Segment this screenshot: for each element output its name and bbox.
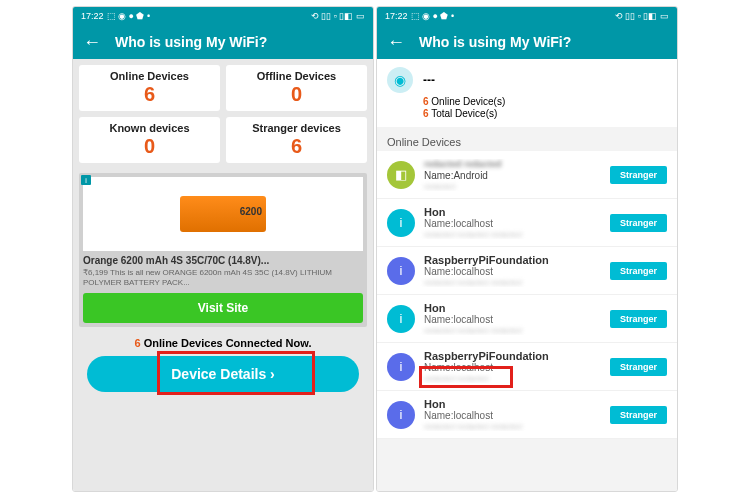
status-time: 17:22 bbox=[385, 11, 408, 21]
device-row[interactable]: ◧redacted redactedName:AndroidredactedSt… bbox=[377, 151, 677, 199]
device-row[interactable]: iHonName:localhostredacted redacted reda… bbox=[377, 391, 677, 439]
status-time: 17:22 bbox=[81, 11, 104, 21]
stat-label: Stranger devices bbox=[230, 122, 363, 134]
status-icons-left: ⬚ ◉ ● ⬟ • bbox=[411, 11, 455, 21]
stranger-button[interactable]: Stranger bbox=[610, 214, 667, 232]
device-ip: redacted redacted redacted bbox=[424, 326, 610, 335]
stranger-button[interactable]: Stranger bbox=[610, 358, 667, 376]
wifi-summary: ◉ --- 6 Online Device(s) 6 Total Device(… bbox=[377, 59, 677, 127]
ad-description: ₹6,199 This is all new ORANGE 6200n mAh … bbox=[83, 268, 363, 288]
device-name: RaspberryPiFoundation bbox=[424, 254, 610, 266]
stat-value: 0 bbox=[230, 83, 363, 106]
device-name: Hon bbox=[424, 206, 610, 218]
device-name: RaspberryPiFoundation bbox=[424, 350, 610, 362]
device-hostname: Name:localhost bbox=[424, 410, 610, 421]
ad-info-icon[interactable]: i bbox=[81, 175, 91, 185]
stranger-button[interactable]: Stranger bbox=[610, 310, 667, 328]
online-label: Online Device(s) bbox=[431, 96, 505, 107]
device-info: RaspberryPiFoundationName:localhostredac… bbox=[415, 254, 610, 287]
stat-label: Offline Devices bbox=[230, 70, 363, 82]
visit-site-button[interactable]: Visit Site bbox=[83, 293, 363, 323]
stat-label: Known devices bbox=[83, 122, 216, 134]
section-header: Online Devices bbox=[377, 131, 677, 151]
phone-screen-stats: 17:22⬚ ◉ ● ⬟ • ⟲ ▯▯ ▫ ▯◧ ▭ ← Who is usin… bbox=[72, 6, 374, 492]
stat-value: 0 bbox=[83, 135, 216, 158]
highlight-annotation bbox=[157, 351, 315, 395]
device-ip: redacted redacted redacted bbox=[424, 422, 610, 431]
device-info-icon: i bbox=[387, 257, 415, 285]
app-header: ← Who is using My WiFi? bbox=[73, 25, 373, 59]
device-row[interactable]: iHonName:localhostredacted redacted reda… bbox=[377, 295, 677, 343]
ad-card[interactable]: i Orange 6200 mAh 4S 35C/70C (14.8V)... … bbox=[79, 173, 367, 327]
stat-known[interactable]: Known devices 0 bbox=[79, 117, 220, 163]
online-count: 6 bbox=[423, 96, 429, 107]
device-ip: redacted redacted redacted bbox=[424, 230, 610, 239]
stat-offline[interactable]: Offline Devices 0 bbox=[226, 65, 367, 111]
connected-count: 6 bbox=[135, 337, 141, 349]
device-info-icon: i bbox=[387, 353, 415, 381]
status-icons-right: ⟲ ▯▯ ▫ ▯◧ ▭ bbox=[311, 11, 365, 21]
stranger-button[interactable]: Stranger bbox=[610, 406, 667, 424]
total-label: Total Device(s) bbox=[431, 108, 497, 119]
status-icons-right: ⟲ ▯▯ ▫ ▯◧ ▭ bbox=[615, 11, 669, 21]
device-hostname: Name:localhost bbox=[424, 218, 610, 229]
total-count: 6 bbox=[423, 108, 429, 119]
phone-screen-devices: 17:22⬚ ◉ ● ⬟ • ⟲ ▯▯ ▫ ▯◧ ▭ ← Who is usin… bbox=[376, 6, 678, 492]
connected-status: 6 Online Devices Connected Now. bbox=[73, 337, 373, 349]
stat-stranger[interactable]: Stranger devices 6 bbox=[226, 117, 367, 163]
connected-text: Online Devices Connected Now. bbox=[144, 337, 312, 349]
ad-image bbox=[83, 177, 363, 251]
ad-title: Orange 6200 mAh 4S 35C/70C (14.8V)... bbox=[83, 255, 363, 266]
device-row[interactable]: iRaspberryPiFoundationName:localhostreda… bbox=[377, 343, 677, 391]
device-info-icon: i bbox=[387, 401, 415, 429]
ssid-label: --- bbox=[423, 73, 435, 87]
page-title: Who is using My WiFi? bbox=[115, 34, 267, 50]
device-info: HonName:localhostredacted redacted redac… bbox=[415, 302, 610, 335]
device-row[interactable]: iRaspberryPiFoundationName:localhostreda… bbox=[377, 247, 677, 295]
highlight-annotation bbox=[419, 366, 513, 388]
stat-value: 6 bbox=[83, 83, 216, 106]
stat-value: 6 bbox=[230, 135, 363, 158]
stranger-button[interactable]: Stranger bbox=[610, 262, 667, 280]
device-list: ◧redacted redactedName:AndroidredactedSt… bbox=[377, 151, 677, 439]
wifi-icon: ◉ bbox=[387, 67, 413, 93]
device-ip: redacted bbox=[424, 182, 610, 191]
android-icon: ◧ bbox=[387, 161, 415, 189]
device-hostname: Name:localhost bbox=[424, 266, 610, 277]
device-ip: redacted redacted redacted bbox=[424, 278, 610, 287]
device-info: HonName:localhostredacted redacted redac… bbox=[415, 398, 610, 431]
stat-online[interactable]: Online Devices 6 bbox=[79, 65, 220, 111]
device-name: Hon bbox=[424, 302, 610, 314]
device-info-icon: i bbox=[387, 305, 415, 333]
status-bar: 17:22⬚ ◉ ● ⬟ • ⟲ ▯▯ ▫ ▯◧ ▭ bbox=[377, 7, 677, 25]
device-name: Hon bbox=[424, 398, 610, 410]
device-info: redacted redactedName:Androidredacted bbox=[415, 159, 610, 191]
stat-label: Online Devices bbox=[83, 70, 216, 82]
page-title: Who is using My WiFi? bbox=[419, 34, 571, 50]
device-info-icon: i bbox=[387, 209, 415, 237]
device-row[interactable]: iHonName:localhostredacted redacted reda… bbox=[377, 199, 677, 247]
app-header: ← Who is using My WiFi? bbox=[377, 25, 677, 59]
status-icons-left: ⬚ ◉ ● ⬟ • bbox=[107, 11, 151, 21]
back-icon[interactable]: ← bbox=[83, 32, 101, 53]
status-bar: 17:22⬚ ◉ ● ⬟ • ⟲ ▯▯ ▫ ▯◧ ▭ bbox=[73, 7, 373, 25]
back-icon[interactable]: ← bbox=[387, 32, 405, 53]
device-hostname: Name:localhost bbox=[424, 314, 610, 325]
device-info: HonName:localhostredacted redacted redac… bbox=[415, 206, 610, 239]
stranger-button[interactable]: Stranger bbox=[610, 166, 667, 184]
